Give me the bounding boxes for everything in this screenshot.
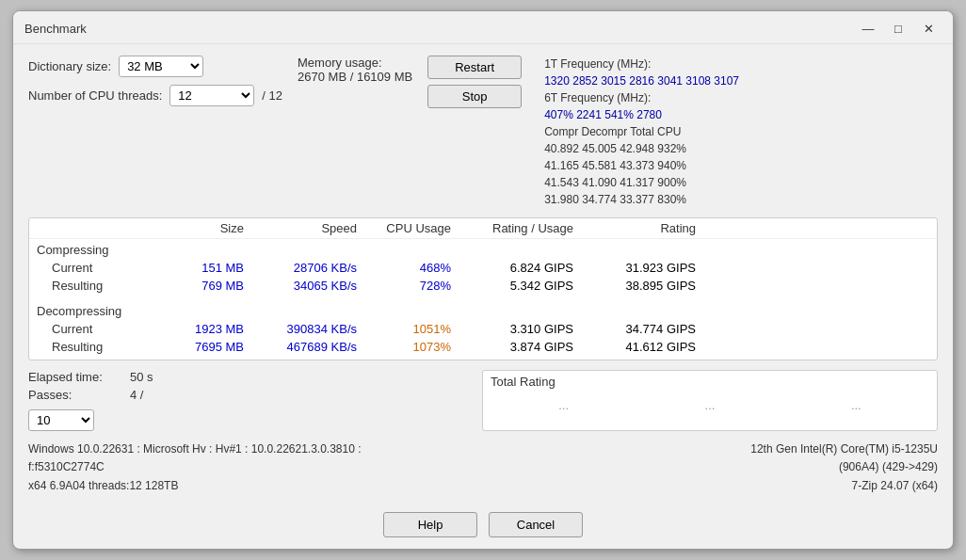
decomp-resulting-speed: 467689 KB/s (244, 340, 357, 354)
total-rating-v3: ... (851, 398, 861, 412)
stats-left: Elapsed time: 50 s Passes: 4 / 10 1 2 5 … (28, 370, 467, 431)
titlebar: Benchmark — □ ✕ (13, 11, 953, 44)
memory-label: Memory usage: (298, 56, 412, 70)
t6-freq-values: 407% 2241 541% 2780 (544, 106, 938, 123)
comp-current-speed: 28706 KB/s (244, 261, 357, 275)
threads-max: / 12 (262, 88, 282, 103)
total-rating-v2: ... (705, 398, 716, 412)
sysinfo-left: Windows 10.0.22631 : Microsoft Hv : Hv#1… (28, 440, 362, 495)
col-header-cpu: CPU Usage (357, 221, 451, 235)
sysinfo-line1: Windows 10.0.22631 : Microsoft Hv : Hv#1… (28, 440, 362, 458)
sysinfo-cpu: 12th Gen Intel(R) Core(TM) i5-1235U (750, 440, 938, 458)
comp-current-rating-usage: 6.824 GIPS (451, 261, 573, 275)
freq-row3: 41.543 41.090 41.317 900% (544, 174, 938, 191)
threads-row: Number of CPU threads: 12 1 2 4 8 16 / 1… (28, 85, 282, 106)
col-header-size: Size (150, 221, 244, 235)
comp-resulting-rating-usage: 5.342 GIPS (451, 279, 573, 293)
decomp-resulting-cpu: 1073% (357, 340, 451, 354)
sysinfo-section: Windows 10.0.22631 : Microsoft Hv : Hv#1… (28, 440, 938, 495)
memory-value: 2670 MB / 16109 MB (298, 70, 412, 84)
sysinfo-line3: x64 6.9A04 threads:12 128TB (28, 477, 362, 495)
decomp-current-speed: 390834 KB/s (244, 322, 357, 336)
decomp-resulting-label: Resulting (37, 340, 150, 354)
freq-row4: 31.980 34.774 33.377 830% (544, 191, 938, 208)
field-group: Dictionary size: 32 MB 64 MB 128 MB 256 … (28, 56, 282, 106)
dict-size-row: Dictionary size: 32 MB 64 MB 128 MB 256 … (28, 56, 282, 77)
t1-freq-label: 1T Frequency (MHz): (544, 56, 938, 72)
compressing-label: Compressing (29, 239, 937, 259)
comp-resulting-speed: 34065 KB/s (244, 279, 357, 293)
freq-panel: 1T Frequency (MHz): 1320 2852 3015 2816 … (537, 56, 938, 208)
t1-freq-values: 1320 2852 3015 2816 3041 3108 3107 (544, 72, 938, 89)
decompressing-label: Decompressing (29, 300, 937, 320)
elapsed-label: Elapsed time: (28, 370, 122, 384)
decomp-resulting-size: 7695 MB (150, 340, 244, 354)
comp-current-size: 151 MB (150, 261, 244, 275)
elapsed-value: 50 s (130, 370, 153, 384)
comp-current-rating: 31.923 GIPS (573, 261, 696, 275)
freq-row1: 40.892 45.005 42.948 932% (544, 140, 938, 157)
freq-table-header: Compr Decompr Total CPU (544, 123, 938, 140)
maximize-button[interactable]: □ (885, 19, 911, 38)
passes-label: Passes: (28, 388, 122, 402)
footer-buttons: Help Cancel (28, 504, 938, 537)
decomp-current-cpu: 1051% (357, 322, 451, 336)
table-header: Size Speed CPU Usage Rating / Usage Rati… (29, 218, 937, 239)
decomp-current-rating: 34.774 GIPS (573, 322, 696, 336)
main-content: Dictionary size: 32 MB 64 MB 128 MB 256 … (13, 44, 953, 549)
close-button[interactable]: ✕ (915, 19, 942, 38)
comp-current-label: Current (37, 261, 150, 275)
total-rating-values: ... ... ... (491, 391, 929, 420)
col-header-rating-usage: Rating / Usage (451, 221, 573, 235)
decomp-resulting-rating-usage: 3.874 GIPS (451, 340, 573, 354)
help-button[interactable]: Help (383, 512, 477, 537)
elapsed-row: Elapsed time: 50 s (28, 370, 467, 384)
freq-row2: 41.165 45.581 43.373 940% (544, 157, 938, 174)
comp-resulting-size: 769 MB (150, 279, 244, 293)
cancel-button[interactable]: Cancel (489, 512, 583, 537)
dict-size-select[interactable]: 32 MB 64 MB 128 MB 256 MB (119, 56, 203, 77)
col-header-rating: Rating (573, 221, 696, 235)
window-title: Benchmark (24, 22, 87, 36)
sysinfo-cpu-id: (906A4) (429->429) (750, 458, 938, 476)
passes-select[interactable]: 10 1 2 5 20 50 100 (28, 409, 94, 431)
benchmark-window: Benchmark — □ ✕ Dictionary size: 32 MB 6… (12, 10, 954, 550)
decomp-current-rating-usage: 3.310 GIPS (451, 322, 573, 336)
comp-resulting-cpu: 728% (357, 279, 451, 293)
threads-select[interactable]: 12 1 2 4 8 16 (169, 85, 254, 106)
passes-row: Passes: 4 / (28, 388, 467, 402)
comp-resulting-rating: 38.895 GIPS (573, 279, 696, 293)
passes-value: 4 / (130, 388, 143, 402)
memory-info: Memory usage: 2670 MB / 16109 MB (298, 56, 412, 84)
top-controls: Dictionary size: 32 MB 64 MB 128 MB 256 … (28, 56, 938, 208)
sysinfo-app: 7-Zip 24.07 (x64) (750, 477, 938, 495)
sysinfo-line2: f:f5310C2774C (28, 458, 362, 476)
comp-resulting-row: Resulting 769 MB 34065 KB/s 728% 5.342 G… (29, 277, 937, 295)
stop-button[interactable]: Stop (427, 85, 522, 108)
window-controls: — □ ✕ (855, 19, 942, 38)
sysinfo-right: 12th Gen Intel(R) Core(TM) i5-1235U (906… (750, 440, 938, 495)
action-buttons: Restart Stop (427, 56, 522, 108)
dict-size-label: Dictionary size: (28, 59, 111, 73)
decomp-resulting-rating: 41.612 GIPS (573, 340, 696, 354)
decomp-current-size: 1923 MB (150, 322, 244, 336)
decomp-current-label: Current (37, 322, 150, 336)
comp-current-row: Current 151 MB 28706 KB/s 468% 6.824 GIP… (29, 259, 937, 277)
col-header-speed: Speed (244, 221, 357, 235)
minimize-button[interactable]: — (855, 19, 881, 38)
threads-label: Number of CPU threads: (28, 88, 162, 103)
comp-resulting-label: Resulting (37, 279, 150, 293)
total-rating-title: Total Rating (491, 375, 929, 389)
benchmark-table: Size Speed CPU Usage Rating / Usage Rati… (28, 217, 938, 360)
total-rating-v1: ... (558, 398, 569, 412)
decomp-current-row: Current 1923 MB 390834 KB/s 1051% 3.310 … (29, 320, 937, 338)
decomp-resulting-row: Resulting 7695 MB 467689 KB/s 1073% 3.87… (29, 338, 937, 356)
comp-current-cpu: 468% (357, 261, 451, 275)
t6-freq-label: 6T Frequency (MHz): (544, 89, 938, 106)
restart-button[interactable]: Restart (427, 56, 522, 79)
bottom-section: Elapsed time: 50 s Passes: 4 / 10 1 2 5 … (28, 370, 938, 431)
total-rating-box: Total Rating ... ... ... (482, 370, 938, 431)
col-header-name (37, 221, 150, 235)
